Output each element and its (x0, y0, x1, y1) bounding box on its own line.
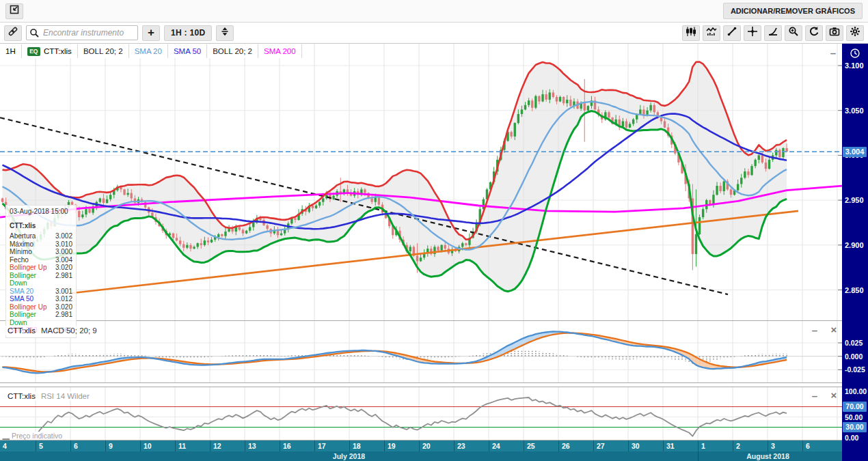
clock-icon[interactable] (850, 48, 860, 59)
main-chart-minimize-button[interactable]: – (828, 48, 839, 59)
macd-minimize-button[interactable]: – (809, 326, 820, 336)
date-axis-day: 18 (349, 441, 384, 451)
date-axis-day: 24 (489, 441, 524, 451)
candlestick-icon (686, 26, 696, 40)
date-axis-day: 6 (802, 441, 837, 451)
equity-badge: EQ (27, 47, 40, 56)
macd-histogram (3, 350, 787, 364)
link-icon (8, 26, 18, 40)
main-price-chart[interactable] (0, 44, 842, 321)
macd-axis-label: 0.025 (845, 338, 867, 348)
link-charts-button[interactable] (4, 25, 22, 41)
symbol-label: CTT:xlis (44, 47, 72, 55)
rsi-axis-highlight: 70.00 (843, 402, 867, 412)
macd-axis-label: 0.000 (845, 352, 867, 361)
date-axis-day: 27 (593, 441, 628, 451)
price-axis-label: 3.100 (845, 61, 867, 70)
price-axis-label: 2.900 (845, 240, 867, 250)
date-axis-day: 11 (175, 441, 210, 451)
legend-item[interactable]: BOLL 20; 2 (78, 44, 129, 58)
add-remove-charts-button[interactable]: ADICIONAR/REMOVER GRÁFICOS (723, 3, 863, 19)
date-axis[interactable]: 4569101112131617181920232425262730311236 (0, 441, 842, 451)
tooltip-row: Bollinger Down2.981 (10, 311, 72, 326)
trend-line-icon (727, 26, 737, 40)
date-axis-day: 6 (70, 441, 105, 451)
indicative-price-note: Preço indicativo (10, 432, 64, 440)
macd-signal-line (3, 333, 787, 372)
date-axis-day: 5 (36, 441, 70, 451)
interval-selector-button[interactable]: 1H : 10D (164, 25, 212, 41)
tooltip-symbol: CTT:xlis (10, 222, 72, 230)
arc-tool-button[interactable] (764, 25, 782, 41)
camera-icon (829, 26, 840, 40)
legend-item[interactable]: SMA 200 (258, 44, 302, 58)
date-axis-day: 3 (768, 441, 802, 451)
panel-divider[interactable] (0, 387, 842, 387)
split-panels-icon (219, 26, 230, 40)
rsi-axis-highlight: 30.00 (843, 422, 867, 432)
rsi-axis-label: 100.00 (845, 387, 867, 396)
price-axis[interactable]: 3.1003.0503.0002.9502.9002.8500.0250.000… (842, 44, 868, 461)
trend-line-tool-button[interactable] (723, 25, 741, 41)
tooltip-row: Máximo3.010 (10, 240, 72, 249)
rsi-axis-label: 50.00 (845, 413, 867, 422)
date-axis-day: 13 (245, 441, 280, 451)
crosshair-icon (747, 26, 758, 40)
legend-item[interactable]: SMA 20 (129, 44, 168, 58)
macd-close-button[interactable]: × (828, 325, 839, 335)
date-axis-day: 16 (280, 441, 314, 451)
gear-icon (850, 26, 860, 40)
legend-interval: 1H (0, 44, 22, 58)
rsi-minimize-button[interactable]: – (809, 391, 820, 402)
indicator-chart-icon (706, 26, 717, 40)
rsi-panel-header: CTT:xlisRSI 14 Wilder (5, 391, 92, 401)
macd-panel-header: CTT:xlisMACD 50; 20; 9 (5, 326, 99, 335)
month-axis-label: August 2018 (698, 451, 837, 461)
add-instrument-button[interactable]: + (142, 25, 160, 41)
chart-type-button[interactable] (682, 25, 700, 41)
tooltip-row: Bollinger Down2.981 (10, 272, 72, 288)
date-axis-day: 10 (140, 441, 175, 451)
date-axis-day: 2 (733, 441, 768, 451)
panel-divider[interactable] (0, 320, 842, 321)
rsi-panel-chart[interactable] (0, 387, 842, 441)
indicators-button[interactable] (703, 25, 720, 41)
refresh-button[interactable] (805, 25, 823, 41)
panel-divider[interactable] (0, 382, 842, 383)
date-axis-day: 30 (628, 441, 663, 451)
month-axis[interactable]: July 2018August 2018 (0, 451, 842, 461)
refresh-icon (809, 26, 819, 40)
price-axis-label: 2.850 (845, 285, 867, 295)
import-window-icon (9, 4, 20, 18)
zoom-in-button[interactable] (785, 25, 802, 41)
ohlc-tooltip: 03-Aug-2018 15:00 CTT:xlis Abertura3.002… (5, 205, 77, 338)
date-axis-day: 19 (384, 441, 419, 451)
snapshot-button[interactable] (826, 25, 843, 41)
date-axis-day: 26 (558, 441, 593, 451)
zoom-in-icon (788, 26, 799, 40)
split-view-button[interactable] (216, 25, 234, 41)
macd-axis-label: -0.025 (845, 365, 867, 374)
legend-item[interactable]: BOLL 20; 2 (207, 44, 258, 58)
date-axis-day: 17 (314, 441, 349, 451)
date-axis-day: 23 (454, 441, 489, 451)
date-axis-day: 1 (698, 441, 733, 451)
crosshair-tool-button[interactable] (744, 25, 761, 41)
legend-item[interactable]: SMA 50 (168, 44, 207, 58)
date-axis-day: 25 (524, 441, 558, 451)
search-icon (29, 28, 40, 38)
tooltip-row: Bollinger Up3.020 (10, 264, 72, 272)
rsi-close-button[interactable]: × (828, 391, 839, 401)
search-input[interactable] (26, 25, 138, 40)
tooltip-row: Fecho3.004 (10, 256, 72, 264)
macd-panel-chart[interactable] (0, 321, 842, 383)
settings-button[interactable] (846, 25, 864, 41)
dock-window-button[interactable] (5, 3, 23, 19)
application-top-bar: ADICIONAR/REMOVER GRÁFICOS (0, 0, 868, 23)
rsi-line (3, 397, 787, 439)
month-axis-label: July 2018 (0, 451, 698, 461)
date-axis-day: 9 (105, 441, 140, 451)
tooltip-row: Abertura3.002 (10, 232, 72, 240)
legend-symbol[interactable]: EQ CTT:xlis (22, 44, 78, 58)
tooltip-date: 03-Aug-2018 15:00 (10, 208, 72, 216)
